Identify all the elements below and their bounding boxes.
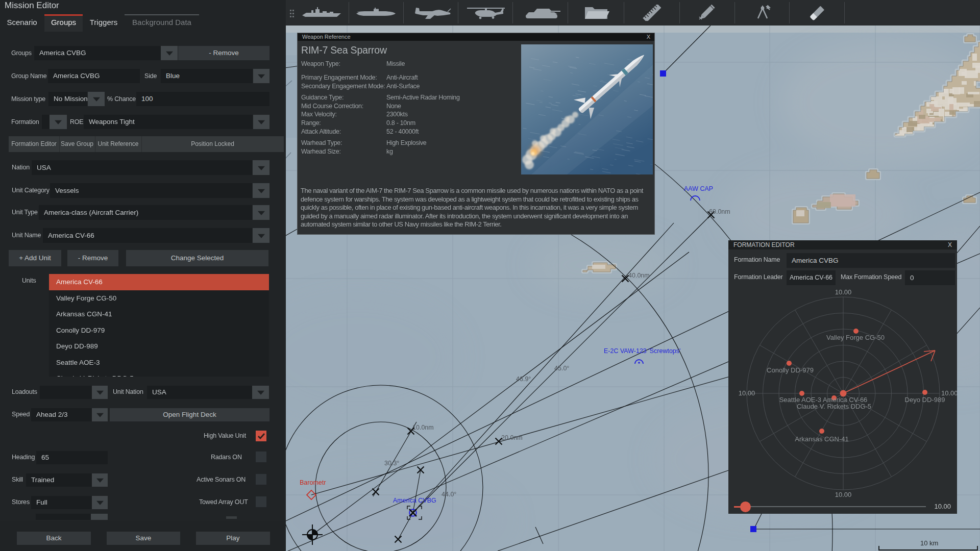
- svg-text:20.0nm: 20.0nm: [501, 434, 523, 441]
- svg-text:Valley Forge CG-50: Valley Forge CG-50: [826, 334, 885, 341]
- svg-text:44.0°: 44.0°: [442, 491, 456, 498]
- svg-text:10.0nm: 10.0nm: [412, 424, 434, 431]
- svg-text:10.00: 10.00: [835, 491, 852, 498]
- svg-text:10.00: 10.00: [739, 389, 755, 397]
- svg-text:America CVBG: America CVBG: [393, 497, 436, 504]
- svg-text:60.0nm: 60.0nm: [709, 208, 730, 215]
- svg-text:Arkansas CGN-41: Arkansas CGN-41: [795, 435, 848, 443]
- svg-text:30.3°: 30.3°: [384, 460, 399, 467]
- svg-text:Claude V. Rickets DDG-5: Claude V. Rickets DDG-5: [797, 403, 871, 410]
- svg-text:Deyo DD-989: Deyo DD-989: [905, 396, 945, 404]
- svg-text:10 km: 10 km: [920, 539, 938, 547]
- svg-text:10.00: 10.00: [835, 288, 852, 296]
- svg-text:45.0°: 45.0°: [554, 365, 569, 372]
- svg-text:40.0nm: 40.0nm: [628, 272, 650, 279]
- svg-text:Barometr: Barometr: [300, 479, 326, 486]
- svg-text:E-2C VAW-123 'Screwtops': E-2C VAW-123 'Screwtops': [604, 347, 680, 355]
- svg-text:46.9°: 46.9°: [516, 375, 531, 383]
- svg-text:Conolly DD-979: Conolly DD-979: [767, 366, 814, 374]
- svg-text:AAW CAP: AAW CAP: [684, 185, 713, 192]
